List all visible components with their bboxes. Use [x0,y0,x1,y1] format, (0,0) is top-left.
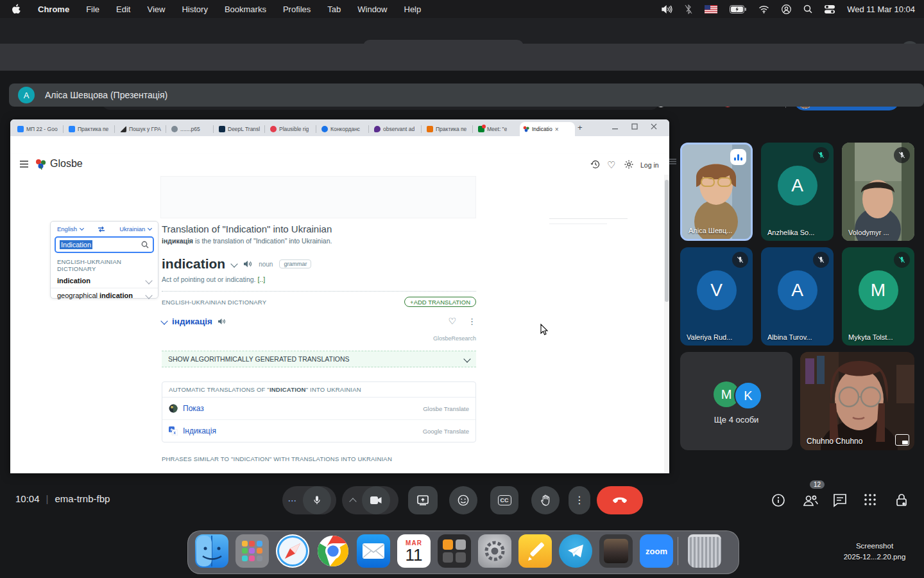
scrollbar-thumb[interactable] [665,180,669,302]
menu-item-profiles[interactable]: Profiles [283,4,311,14]
inner-maximize-icon[interactable] [631,123,638,130]
inner-tab-active[interactable]: Indicatio × [520,122,575,136]
glosbe-brand[interactable]: Glosbe [50,158,83,170]
inner-tab[interactable]: DeepL Transl [216,122,268,136]
dock-notes-icon[interactable] [518,534,552,568]
more-options-button[interactable]: ⋮ [569,486,590,514]
user-icon[interactable] [782,4,791,14]
menu-item-history[interactable]: History [182,4,207,14]
menu-item-file[interactable]: File [86,4,99,14]
dictionary-search-input[interactable]: Indication [55,236,154,253]
menu-item-help[interactable]: Help [404,4,422,14]
dock-calculator-icon[interactable] [438,534,471,568]
menu-item-view[interactable]: View [147,4,165,14]
chevron-down-icon[interactable] [231,260,238,267]
inner-menu-icon[interactable] [669,157,677,166]
dock-mail-icon[interactable] [357,534,390,568]
chevron-down-icon[interactable] [160,317,167,324]
menu-item-tab[interactable]: Tab [327,4,341,14]
battery-icon[interactable] [730,5,746,13]
inner-tab[interactable]: Практика пе [424,122,476,136]
menu-item-bookmarks[interactable]: Bookmarks [225,4,266,14]
activities-grid-icon[interactable] [864,493,877,506]
grammar-badge[interactable]: grammar [279,259,311,268]
inner-tab[interactable]: .......p65 [168,122,217,136]
host-controls-lock-icon[interactable] [894,493,909,507]
inner-close-icon[interactable] [651,123,657,130]
inner-minimize-icon[interactable] [612,123,618,130]
keyboard-flag-us-icon[interactable] [705,5,717,13]
target-language-select[interactable]: Ukrainian [119,225,151,232]
phrase-row[interactable]: performance indicator Ключові показники … [162,471,476,473]
favorite-heart-icon[interactable]: ♡ [448,316,456,326]
camera-icon[interactable] [362,486,390,514]
mic-icon[interactable] [303,486,331,514]
hamburger-menu-icon[interactable] [19,160,29,168]
bluetooth-icon[interactable] [685,4,692,14]
suggestion-indication[interactable]: indication [51,274,158,288]
source-language-select[interactable]: English [57,225,83,232]
mic-options-icon[interactable]: ⋯ [288,495,298,505]
search-icon[interactable] [141,241,149,249]
inner-tab[interactable]: Plausible rig [267,122,320,136]
participant-tile-valeriya[interactable]: V Valeriya Rud... [680,247,753,346]
inner-tab[interactable]: Практика пе [65,122,118,136]
glosbe-logo[interactable] [35,158,47,170]
chat-button[interactable] [833,493,847,507]
add-translation-button[interactable]: +ADD TRANSLATION [404,297,476,307]
reactions-button[interactable] [449,486,477,514]
pronounce-speaker-icon[interactable] [243,260,252,268]
overflow-participants-tile[interactable]: M K Ще 4 особи [680,352,792,450]
auto-translation-link[interactable]: Показ [183,404,204,413]
people-button[interactable] [802,493,819,507]
definition-more-link[interactable]: [..] [257,276,265,283]
volume-icon[interactable] [662,5,672,13]
dock-trash-icon[interactable] [688,534,721,568]
dock-launchpad-icon[interactable] [235,534,269,568]
participant-tile-anzhelika[interactable]: A Anzhelika So... [761,143,834,241]
microphone-button-group[interactable]: ⋯ [282,486,336,514]
camera-button-group[interactable] [342,486,398,514]
search-icon[interactable] [803,4,812,13]
menu-item-window[interactable]: Window [357,4,387,14]
participant-tile-albina[interactable]: A Albina Turov... [761,247,834,346]
entry-more-icon[interactable]: ⋮ [468,317,476,326]
dock-safari-icon[interactable] [276,534,309,568]
close-tab-icon[interactable]: × [555,126,559,133]
control-center-icon[interactable] [825,5,835,13]
inner-new-tab-button[interactable]: + [578,123,583,132]
raise-hand-button[interactable] [531,486,560,514]
dock-finder-icon[interactable] [195,534,228,568]
menubar-clock[interactable]: Wed 11 Mar 10:04 [847,4,915,14]
picture-in-picture-icon[interactable] [895,434,909,446]
inner-tab[interactable]: МП 22 - Goo [14,122,67,136]
scrollbar[interactable] [664,175,669,473]
dock-zoom-icon[interactable]: zoom [640,534,673,568]
history-icon[interactable] [590,159,601,170]
menu-item-edit[interactable]: Edit [116,4,130,14]
auto-translation-link[interactable]: Індикація [183,426,216,435]
favorites-heart-icon[interactable]: ♡ [607,159,615,171]
present-screen-button[interactable] [408,486,438,514]
inner-tab[interactable]: Конкорданс [318,122,372,136]
captions-button[interactable]: CC [490,486,518,514]
participant-tile-mykyta[interactable]: M Mykyta Tolst... [842,247,914,346]
dock-photos-icon[interactable] [599,534,633,568]
screenshot-filename[interactable]: Screenshot 2025-12...2.20.png [834,541,915,563]
login-link[interactable]: Log in [640,161,659,169]
wifi-icon[interactable] [758,5,769,13]
participant-tile-volodymyr[interactable]: Volodymyr ... [842,143,914,241]
swap-languages-icon[interactable] [98,226,105,232]
dock-calendar-icon[interactable]: MAR 11 [397,534,431,568]
meeting-details-button[interactable] [771,493,785,507]
camera-options-icon[interactable] [349,498,356,505]
dock-settings-icon[interactable] [478,534,511,568]
participant-tile-alisa[interactable]: Аліса Шевц... [680,143,753,241]
settings-gear-icon[interactable] [624,159,634,170]
inner-tab[interactable]: Meet: "e [475,122,524,136]
leave-call-button[interactable] [597,486,643,514]
dock-telegram-icon[interactable] [559,534,592,568]
translation-entry-link[interactable]: індикація [172,317,212,326]
dock-chrome-icon[interactable] [316,534,350,568]
inner-tab[interactable]: Пошук у ГРА [117,122,169,136]
